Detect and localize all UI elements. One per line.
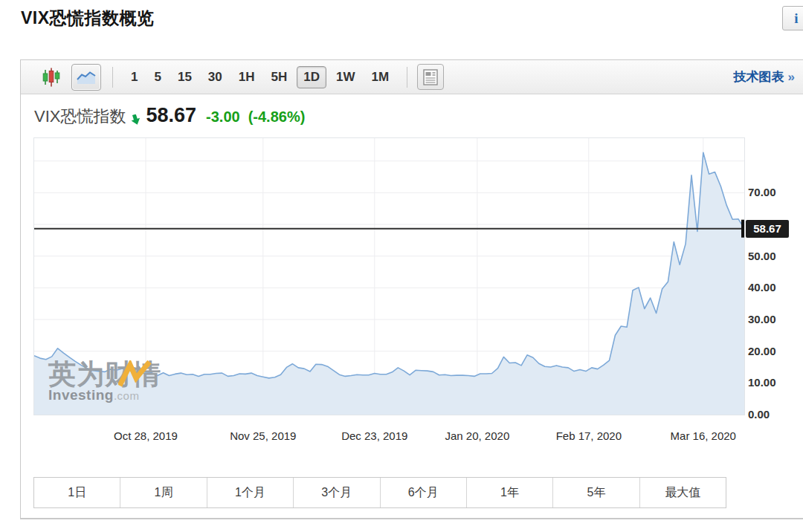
quote-header: VIX恐慌指数 58.67 -3.00 (-4.86%) bbox=[34, 104, 305, 131]
period-3m[interactable]: 3个月 bbox=[293, 478, 379, 507]
watermark-en-text: Investing.com bbox=[48, 388, 161, 402]
chart-toolbar: 1 5 15 30 1H 5H 1D 1W 1M 技术图表» bbox=[21, 60, 803, 94]
down-arrow-icon bbox=[131, 114, 141, 125]
interval-1h[interactable]: 1H bbox=[232, 66, 262, 88]
watermark-cn-text: 英为财情 bbox=[48, 360, 161, 388]
line-chart-icon bbox=[77, 70, 96, 85]
y-axis-tick-label: 30.00 bbox=[748, 313, 776, 325]
period-selector: 1日 1周 1个月 3个月 6个月 1年 5年 最大值 bbox=[33, 477, 726, 508]
period-1m[interactable]: 1个月 bbox=[207, 478, 293, 507]
period-1w[interactable]: 1周 bbox=[120, 478, 206, 507]
y-axis-tick-label: 70.00 bbox=[748, 186, 776, 198]
interval-1w[interactable]: 1W bbox=[329, 66, 362, 88]
technical-chart-link[interactable]: 技术图表» bbox=[734, 68, 795, 85]
x-axis-tick-label: Dec 23, 2019 bbox=[326, 429, 423, 442]
toolbar-divider bbox=[407, 67, 407, 88]
y-axis-tick-label: 40.00 bbox=[748, 281, 776, 293]
instrument-name: VIX恐慌指数 bbox=[34, 106, 126, 128]
x-axis-tick-label: Feb 17, 2020 bbox=[541, 429, 637, 442]
info-button[interactable]: i bbox=[782, 6, 803, 30]
y-axis-tick-label: 50.00 bbox=[748, 250, 776, 262]
chart-widget: 1 5 15 30 1H 5H 1D 1W 1M 技术图表» VIX恐慌指数 bbox=[20, 59, 803, 519]
interval-30[interactable]: 30 bbox=[201, 66, 229, 88]
news-panel-button[interactable] bbox=[417, 64, 444, 90]
price-change: -3.00 bbox=[206, 108, 240, 126]
page-title: VIX恐慌指数概览 bbox=[21, 7, 155, 30]
y-axis-labels: 70.0050.0040.0030.0020.0010.000.00 bbox=[748, 138, 803, 415]
chevron-right-icon: » bbox=[788, 70, 795, 84]
y-axis-tick-label: 10.00 bbox=[748, 376, 776, 389]
period-5y[interactable]: 5年 bbox=[552, 478, 639, 507]
candlestick-icon bbox=[42, 68, 62, 87]
info-icon: i bbox=[794, 10, 798, 27]
x-axis-tick-label: Jan 20, 2020 bbox=[429, 429, 526, 442]
interval-5[interactable]: 5 bbox=[147, 66, 167, 88]
x-axis-labels: Oct 28, 2019Nov 25, 2019Dec 23, 2019Jan … bbox=[34, 429, 744, 444]
interval-5h[interactable]: 5H bbox=[265, 66, 294, 88]
last-price: 58.67 bbox=[146, 104, 196, 127]
period-6m[interactable]: 6个月 bbox=[380, 478, 466, 507]
interval-1m[interactable]: 1M bbox=[364, 66, 396, 88]
last-price-badge: 58.67 bbox=[746, 220, 789, 238]
y-axis-tick-label: 20.00 bbox=[748, 345, 776, 357]
interval-15[interactable]: 15 bbox=[171, 66, 199, 88]
period-max[interactable]: 最大值 bbox=[639, 478, 726, 507]
news-icon bbox=[423, 69, 438, 85]
toolbar-divider bbox=[112, 67, 113, 88]
watermark: 英为财情 Investing.com bbox=[48, 360, 161, 402]
interval-1d-selected[interactable]: 1D bbox=[297, 66, 326, 88]
x-axis-tick-label: Nov 25, 2019 bbox=[215, 429, 312, 442]
x-axis-tick-label: Mar 16, 2020 bbox=[655, 429, 752, 442]
candlestick-chart-button[interactable] bbox=[42, 68, 62, 87]
period-1d[interactable]: 1日 bbox=[34, 478, 120, 507]
interval-1[interactable]: 1 bbox=[124, 66, 144, 88]
period-1y[interactable]: 1年 bbox=[466, 478, 552, 507]
technical-chart-label: 技术图表 bbox=[734, 70, 784, 84]
x-axis-tick-label: Oct 28, 2019 bbox=[97, 429, 194, 442]
line-chart-button[interactable] bbox=[71, 64, 101, 91]
watermark-bolt-icon bbox=[118, 360, 152, 389]
price-change-percent: (-4.86%) bbox=[248, 108, 306, 126]
y-axis-tick-label: 0.00 bbox=[748, 408, 770, 421]
